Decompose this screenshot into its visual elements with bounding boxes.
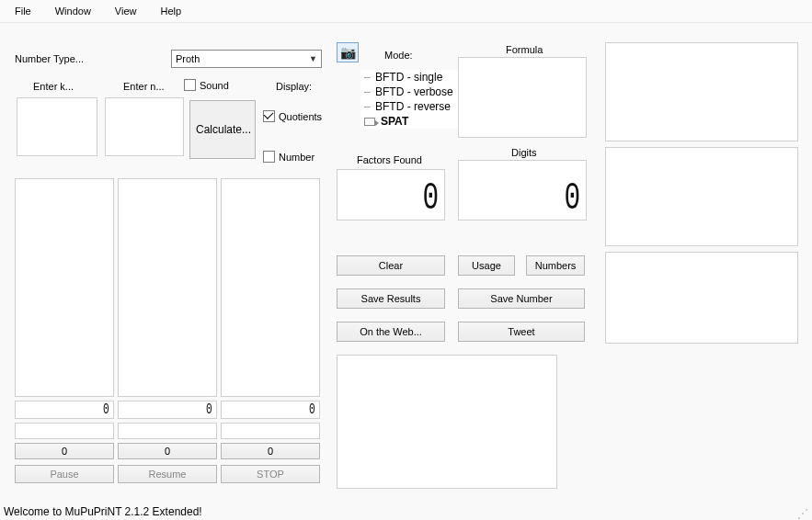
lcd-small-1-value: 0 <box>103 401 109 418</box>
mode-label: Mode: <box>384 50 413 61</box>
camera-button[interactable]: 📷 <box>337 42 359 62</box>
menu-window[interactable]: Window <box>46 4 100 18</box>
usage-button[interactable]: Usage <box>458 255 515 276</box>
resume-button[interactable]: Resume <box>118 465 217 483</box>
display-label: Display: <box>276 81 312 92</box>
progress-field-1[interactable] <box>15 423 114 439</box>
menu-file[interactable]: File <box>6 4 40 18</box>
mode-item-spat[interactable]: SPAT <box>360 114 471 129</box>
tree-select-icon <box>364 118 375 126</box>
save-results-button[interactable]: Save Results <box>337 288 445 309</box>
dropdown-arrow-icon: ▼ <box>309 54 317 63</box>
camera-icon: 📷 <box>340 45 356 60</box>
mode-item-bftd-verbose[interactable]: – BFTD - verbose <box>360 85 471 99</box>
enter-n-field[interactable] <box>105 97 184 156</box>
enter-k-label: Enter k... <box>33 81 74 92</box>
number-type-value: Proth <box>176 53 200 64</box>
digits-value: 0 <box>564 179 580 218</box>
tree-dash-icon: – <box>364 85 370 98</box>
number-type-dropdown[interactable]: Proth ▼ <box>171 50 322 68</box>
output-area-2[interactable] <box>118 178 217 397</box>
sound-checkbox[interactable]: Sound <box>184 79 229 91</box>
quotients-checkbox-input[interactable] <box>263 110 275 122</box>
sound-checkbox-label: Sound <box>200 80 229 91</box>
mode-item-bftd-reverse[interactable]: – BFTD - reverse <box>360 99 471 114</box>
tree-dash-icon: – <box>364 71 370 84</box>
side-panel-2[interactable] <box>605 147 798 246</box>
counter-button-2[interactable]: 0 <box>118 443 217 459</box>
clear-button[interactable]: Clear <box>337 255 445 276</box>
enter-k-field[interactable] <box>17 97 97 156</box>
side-panel-3[interactable] <box>605 252 798 344</box>
status-bar: Welcome to MuPuPriNT 2.1.2 Extended! <box>4 505 202 518</box>
save-number-button[interactable]: Save Number <box>458 288 585 309</box>
stop-button[interactable]: STOP <box>221 465 320 483</box>
calculate-button[interactable]: Calculate... <box>189 100 256 159</box>
menu-bar: File Window View Help <box>0 0 812 23</box>
progress-field-3[interactable] <box>221 423 320 439</box>
formula-area[interactable] <box>458 57 587 138</box>
lcd-small-3: 0 <box>221 401 320 419</box>
factors-found-panel: 0 <box>337 169 445 220</box>
factors-found-value: 0 <box>422 179 439 218</box>
mode-item-bftd-single[interactable]: – BFTD - single <box>360 70 471 85</box>
lcd-small-2-value: 0 <box>206 401 212 418</box>
tweet-button[interactable]: Tweet <box>458 322 585 342</box>
side-panel-4 <box>565 355 800 489</box>
output-area-3[interactable] <box>221 178 320 397</box>
tree-dash-icon: – <box>364 100 370 113</box>
numbers-button[interactable]: Numbers <box>526 255 585 276</box>
lcd-small-3-value: 0 <box>309 401 315 418</box>
number-checkbox-label: Number <box>279 152 315 163</box>
formula-label: Formula <box>506 44 543 55</box>
quotients-checkbox-label: Quotients <box>279 111 322 122</box>
client-area: Number Type... Proth ▼ Enter k... Enter … <box>0 22 812 503</box>
menu-view[interactable]: View <box>106 4 146 18</box>
number-checkbox[interactable]: Number <box>263 151 315 163</box>
digits-panel: 0 <box>458 160 587 220</box>
enter-n-label: Enter n... <box>123 81 165 92</box>
pause-button[interactable]: Pause <box>15 465 114 483</box>
output-area-main[interactable] <box>337 355 557 489</box>
sound-checkbox-input[interactable] <box>184 79 196 91</box>
digits-label: Digits <box>511 147 537 158</box>
resize-grip-icon[interactable]: ⋰ <box>797 507 808 518</box>
menu-help[interactable]: Help <box>152 4 191 18</box>
lcd-small-2: 0 <box>118 401 217 419</box>
lcd-small-1: 0 <box>15 401 114 419</box>
side-panel-1[interactable] <box>605 42 798 141</box>
counter-button-3[interactable]: 0 <box>221 443 320 459</box>
mode-tree[interactable]: – BFTD - single – BFTD - verbose – BFTD … <box>360 70 471 129</box>
number-checkbox-input[interactable] <box>263 151 275 163</box>
quotients-checkbox[interactable]: Quotients <box>263 110 322 122</box>
progress-field-2[interactable] <box>118 423 217 439</box>
factors-found-label: Factors Found <box>357 154 422 165</box>
on-the-web-button[interactable]: On the Web... <box>337 322 445 342</box>
counter-button-1[interactable]: 0 <box>15 443 114 459</box>
output-area-1[interactable] <box>15 178 114 397</box>
number-type-label: Number Type... <box>15 53 84 64</box>
